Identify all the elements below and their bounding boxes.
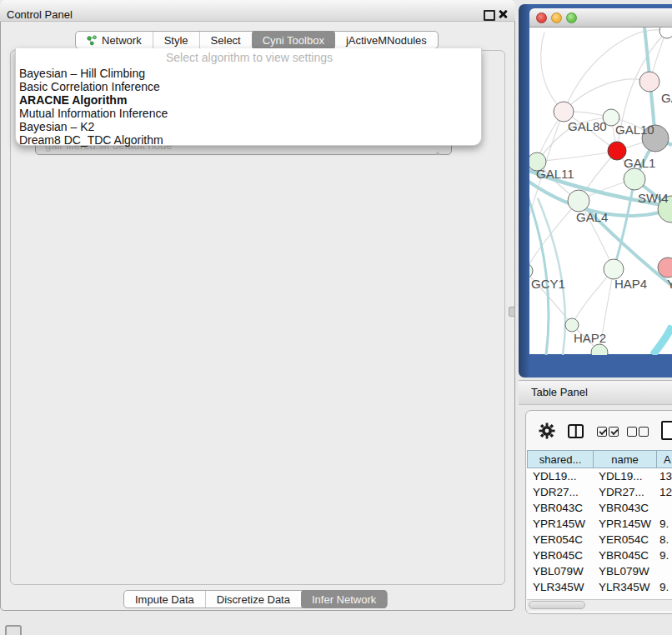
node-label: GAL bbox=[661, 91, 672, 105]
column-header-label: shared... bbox=[539, 453, 582, 466]
network-canvas[interactable]: GAL80 GAL10 GAL GAL1 GAL11 SWI4 GAL4 GCY… bbox=[529, 28, 672, 354]
tab-network[interactable]: Network bbox=[76, 32, 153, 48]
node-label: GAL1 bbox=[624, 156, 655, 170]
tab-style-label: Style bbox=[164, 34, 188, 47]
mac-minimize-icon[interactable] bbox=[551, 12, 562, 23]
close-icon[interactable] bbox=[498, 9, 508, 19]
table-cell[interactable]: YDL19... bbox=[599, 470, 643, 482]
tab-infer-network[interactable]: Infer Network bbox=[301, 590, 387, 608]
node-label: GAL4 bbox=[576, 210, 608, 224]
table-cell[interactable]: 9. bbox=[659, 581, 669, 593]
table-cell[interactable]: YBR043C bbox=[599, 502, 649, 514]
collapsed-panel-icon[interactable] bbox=[5, 625, 22, 635]
control-panel-tabbar: Network Style Select Cyni Toolbox jActiv… bbox=[75, 31, 439, 49]
float-window-icon[interactable] bbox=[484, 10, 495, 21]
table-cell[interactable]: 9. bbox=[659, 518, 669, 530]
select-all-checked-icon[interactable] bbox=[597, 427, 607, 437]
algorithm-dropdown-popup: Select algorithm to view settings Bayesi… bbox=[15, 48, 482, 146]
tab-style[interactable]: Style bbox=[153, 32, 199, 48]
algorithm-option[interactable]: Bayesian – Hill Climbing bbox=[19, 67, 478, 80]
node-label: HAP4 bbox=[614, 277, 647, 291]
deselect-all-icon[interactable] bbox=[639, 427, 649, 437]
table-cell[interactable]: YDR27... bbox=[599, 486, 644, 498]
column-header-label: A bbox=[664, 453, 671, 466]
table-cell[interactable]: YLR345W bbox=[533, 581, 584, 593]
column-header-third[interactable]: A bbox=[656, 450, 672, 468]
node-label: GCY1 bbox=[531, 277, 565, 291]
column-header-label: name bbox=[611, 453, 639, 466]
node-label: SWI4 bbox=[638, 191, 669, 205]
tab-select[interactable]: Select bbox=[199, 32, 252, 48]
tab-impute-data-label: Impute Data bbox=[135, 593, 194, 606]
deselect-all-icon[interactable] bbox=[627, 427, 637, 437]
tab-select-label: Select bbox=[211, 34, 241, 47]
tab-jactivemnodules[interactable]: jActiveMNodules bbox=[335, 32, 438, 48]
table-cell[interactable]: YLR345W bbox=[599, 581, 650, 593]
control-panel-title: Control Panel bbox=[7, 8, 73, 21]
table-cell[interactable]: 12 bbox=[659, 486, 672, 498]
table-rows-viewport: YDL19... YDL19... 13 YDR27... YDR27... 1… bbox=[527, 468, 672, 599]
document-icon[interactable] bbox=[661, 421, 672, 440]
table-cell[interactable]: YER054C bbox=[533, 533, 583, 546]
algorithm-option[interactable]: Dream8 DC_TDC Algorithm bbox=[19, 133, 478, 147]
network-node[interactable] bbox=[624, 168, 645, 190]
table-cell[interactable]: YBR043C bbox=[533, 502, 583, 514]
tab-impute-data[interactable]: Impute Data bbox=[124, 591, 205, 608]
column-header-shared-name[interactable]: shared... bbox=[527, 450, 594, 468]
tab-network-label: Network bbox=[102, 34, 142, 47]
network-node[interactable] bbox=[565, 318, 579, 332]
table-settings-gear-icon[interactable] bbox=[538, 421, 556, 441]
control-panel-titlebar bbox=[0, 0, 515, 22]
select-all-checked-icon[interactable] bbox=[609, 427, 619, 437]
tab-cyni-toolbox-label: Cyni Toolbox bbox=[263, 34, 324, 47]
node-label: GAL10 bbox=[615, 122, 654, 137]
table-horizontal-scrollbar[interactable] bbox=[527, 599, 672, 611]
algorithm-option[interactable]: Basic Correlation Inference bbox=[19, 80, 478, 93]
algorithm-option-selected[interactable]: ARACNE Algorithm bbox=[19, 93, 478, 107]
algorithm-option[interactable]: Bayesian – K2 bbox=[19, 120, 478, 133]
split-view-icon[interactable] bbox=[568, 424, 584, 438]
node-label: GAL11 bbox=[536, 167, 574, 181]
tab-cyni-toolbox[interactable]: Cyni Toolbox bbox=[252, 31, 335, 49]
table-cell[interactable]: YPR145W bbox=[599, 518, 651, 530]
bottom-tabbar: Impute Data Discretize Data Infer Networ… bbox=[123, 590, 388, 608]
table-cell[interactable]: YBL079W bbox=[533, 565, 584, 578]
table-cell[interactable]: YBR045C bbox=[533, 549, 583, 562]
table-cell[interactable]: YBL079W bbox=[599, 565, 649, 578]
network-graph: GAL80 GAL10 GAL GAL1 GAL11 SWI4 GAL4 GCY… bbox=[529, 28, 672, 355]
node-label: Y bbox=[667, 277, 672, 291]
table-panel-title: Table Panel bbox=[531, 386, 588, 398]
screen: Control Panel Network Style Select Cyni … bbox=[0, 0, 672, 635]
column-header-name[interactable]: name bbox=[593, 450, 657, 468]
table-cell[interactable]: YBR045C bbox=[599, 549, 649, 562]
mac-close-icon[interactable] bbox=[536, 12, 547, 23]
network-node[interactable] bbox=[568, 190, 589, 212]
tab-jactivemnodules-label: jActiveMNodules bbox=[346, 34, 427, 47]
table-cell[interactable]: 13 bbox=[659, 470, 672, 482]
node-label: HAP2 bbox=[574, 331, 606, 345]
mac-zoom-icon[interactable] bbox=[566, 12, 577, 23]
node-label: GAL80 bbox=[568, 119, 607, 133]
network-node[interactable] bbox=[639, 72, 659, 92]
table-horizontal-scrollbar-thumb[interactable] bbox=[529, 601, 585, 609]
tab-infer-network-label: Infer Network bbox=[312, 593, 376, 606]
algorithm-option[interactable]: Mutual Information Inference bbox=[19, 107, 478, 120]
table-cell[interactable]: YDR27... bbox=[533, 486, 579, 498]
panel-splitter-handle[interactable] bbox=[509, 307, 515, 317]
table-cell[interactable]: 9. bbox=[659, 549, 669, 562]
table-cell[interactable]: YER054C bbox=[599, 533, 649, 546]
table-cell[interactable]: 8. bbox=[659, 533, 669, 546]
tab-discretize-data-label: Discretize Data bbox=[217, 593, 290, 606]
table-cell[interactable]: YDL19... bbox=[533, 470, 577, 482]
popup-placeholder: Select algorithm to view settings bbox=[16, 51, 483, 64]
tab-discretize-data[interactable]: Discretize Data bbox=[205, 591, 301, 608]
network-icon bbox=[87, 35, 98, 46]
table-cell[interactable]: YPR145W bbox=[533, 518, 585, 530]
